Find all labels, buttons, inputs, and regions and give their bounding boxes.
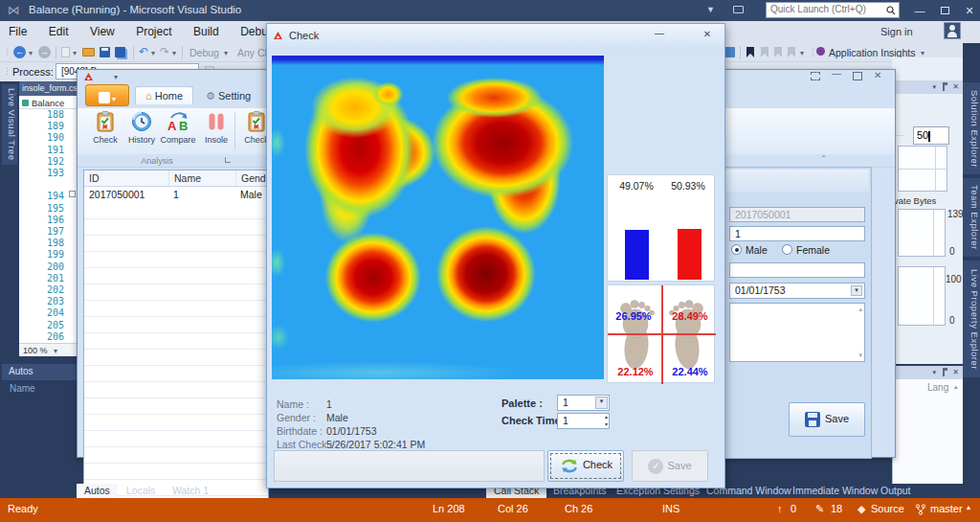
- col-name[interactable]: Name: [168, 170, 235, 186]
- git-branch-icon[interactable]: [915, 504, 926, 515]
- sidebar-tab-solution-explorer[interactable]: Solution Explorer: [963, 82, 980, 174]
- female-radio-label[interactable]: Female: [796, 244, 830, 256]
- prev-bookmark-icon[interactable]: [761, 47, 768, 57]
- menu-file[interactable]: File: [0, 21, 35, 42]
- source-control-icon[interactable]: ◆: [858, 503, 865, 515]
- spinner-up-icon[interactable]: ▴: [605, 414, 608, 420]
- tab-autos[interactable]: Autos: [77, 484, 118, 498]
- patient-name-field[interactable]: 1: [729, 226, 865, 241]
- quick-access-caret-icon[interactable]: ▾: [114, 73, 118, 81]
- check-time-spinner[interactable]: 1 ▴ ▾: [557, 413, 610, 429]
- spinner-down-icon[interactable]: ▾: [605, 421, 608, 428]
- scroll-up-icon[interactable]: ▴: [954, 383, 958, 391]
- male-radio[interactable]: [731, 244, 742, 255]
- female-radio[interactable]: [782, 244, 792, 255]
- date-dropdown-icon[interactable]: ▾: [851, 285, 862, 296]
- restore-button[interactable]: [932, 0, 957, 21]
- ribbon-collapse-icon[interactable]: ˆ: [822, 155, 825, 166]
- bookmark-icon[interactable]: [746, 47, 754, 57]
- editor-zoom-control[interactable]: 100 % ▾: [19, 343, 77, 356]
- breadcrumb[interactable]: Balance: [19, 96, 77, 109]
- close-button[interactable]: ✕: [957, 0, 980, 21]
- notes-textarea[interactable]: ▴ ▾: [729, 303, 865, 362]
- app-insights-caret-icon[interactable]: ▾: [921, 49, 924, 57]
- intellitrace-icon[interactable]: [724, 47, 735, 57]
- autos-name-column[interactable]: Name: [10, 383, 35, 394]
- save-all-icon[interactable]: [115, 47, 125, 57]
- undo-dropdown-icon[interactable]: ▾: [151, 49, 155, 57]
- ribbon-tab-home[interactable]: ⌂ Home: [135, 86, 193, 104]
- check-dialog-titlebar[interactable]: Check — ✕: [267, 24, 724, 49]
- sign-in-link[interactable]: Sign in: [880, 26, 913, 37]
- timeline-value-box[interactable]: 50: [913, 126, 949, 145]
- new-file-icon[interactable]: [61, 47, 70, 57]
- patient-table-header[interactable]: IDNameGender: [84, 170, 268, 187]
- tab-locals[interactable]: Locals: [119, 484, 163, 498]
- code-fold-box-icon[interactable]: [69, 191, 76, 197]
- fit-window-icon[interactable]: [811, 72, 820, 80]
- toolbar-grip[interactable]: ⋮: [809, 47, 816, 57]
- app-close-icon[interactable]: ✕: [874, 70, 881, 80]
- code-editor[interactable]: 188189190 191192193 194195196 197198199 …: [19, 109, 77, 343]
- birthdate-picker[interactable]: 01/01/1753 ▾: [729, 283, 865, 299]
- menu-build[interactable]: Build: [185, 21, 228, 42]
- pending-edits-icon[interactable]: ✎: [815, 503, 824, 515]
- tab-immediate-window[interactable]: Immediate Window: [785, 484, 885, 498]
- document-tab[interactable]: insole_form.cs: [19, 81, 80, 96]
- scroll-down-icon[interactable]: ▾: [858, 352, 862, 359]
- pin-icon[interactable]: [943, 368, 947, 376]
- callstack-panel-titlebar[interactable]: ▾ ✕: [892, 366, 963, 379]
- table-row[interactable]: 20170500011Male: [84, 187, 268, 203]
- ribbon-tab-setting[interactable]: ⚙ Setting: [198, 86, 258, 106]
- clear-bookmarks-icon[interactable]: [788, 47, 795, 57]
- branch-caret-icon[interactable]: ▴: [967, 503, 970, 511]
- redo-icon[interactable]: ↷: [160, 45, 169, 58]
- save-icon[interactable]: [100, 47, 110, 57]
- col-id[interactable]: ID: [84, 170, 168, 186]
- ribbon-insole-button[interactable]: Insole: [198, 110, 234, 145]
- next-bookmark-icon[interactable]: [774, 47, 782, 57]
- panel-menu-icon[interactable]: ▾: [932, 83, 936, 91]
- user-avatar[interactable]: [944, 22, 961, 39]
- debug-config-caret-icon[interactable]: ▾: [224, 49, 228, 57]
- source-label[interactable]: Source: [871, 503, 904, 514]
- toolbar-grip[interactable]: ⋮: [3, 47, 11, 57]
- group-dialog-launcher-icon[interactable]: [225, 157, 231, 163]
- palette-dropdown-icon[interactable]: ▾: [595, 397, 608, 409]
- panel-close-icon[interactable]: ✕: [952, 368, 959, 376]
- redo-dropdown-icon[interactable]: ▾: [172, 49, 176, 57]
- new-file-dropdown-icon[interactable]: ▾: [73, 49, 77, 57]
- feedback-funnel-icon[interactable]: ▼: [706, 5, 715, 14]
- pushes-up-icon[interactable]: ↑: [777, 503, 783, 514]
- extra-field[interactable]: [729, 262, 865, 278]
- autos-panel-header[interactable]: Autos: [2, 364, 77, 380]
- ribbon-history-button[interactable]: History: [123, 110, 160, 145]
- sidebar-tab-live-property-explorer[interactable]: Live Property Explorer: [963, 261, 980, 377]
- scroll-up-icon[interactable]: ▴: [858, 306, 862, 313]
- sidebar-tab-live-visual-tree[interactable]: Live Visual Tree: [2, 84, 17, 165]
- quick-launch-box[interactable]: [766, 2, 900, 18]
- menu-edit[interactable]: Edit: [40, 21, 78, 42]
- undo-icon[interactable]: ↶: [139, 45, 148, 58]
- dialog-close-icon[interactable]: ✕: [699, 29, 716, 42]
- panel-menu-icon[interactable]: ▾: [932, 369, 936, 376]
- save-button[interactable]: ✓Save: [632, 450, 708, 482]
- palette-combobox[interactable]: 1 ▾: [557, 395, 610, 411]
- form-save-button[interactable]: Save: [789, 402, 865, 437]
- pushes-count[interactable]: 0: [791, 503, 796, 514]
- panel-close-icon[interactable]: ✕: [952, 82, 959, 91]
- tab-watch-1[interactable]: Watch 1: [165, 484, 216, 498]
- quick-launch-input[interactable]: [770, 4, 883, 14]
- dialog-minimize-icon[interactable]: —: [651, 28, 668, 41]
- open-folder-icon[interactable]: [82, 48, 95, 57]
- patient-table[interactable]: IDNameGender 20170500011Male: [83, 170, 269, 522]
- navigate-forward-icon[interactable]: →: [38, 46, 51, 58]
- navigate-back-icon[interactable]: ←: [13, 46, 26, 58]
- sidebar-tab-team-explorer[interactable]: Team Explorer: [963, 178, 980, 257]
- send-feedback-icon[interactable]: [733, 6, 744, 13]
- menu-project[interactable]: Project: [127, 21, 180, 42]
- check-button[interactable]: Check: [547, 450, 624, 482]
- tab-output[interactable]: Output: [873, 484, 919, 498]
- back-dropdown-icon[interactable]: ▾: [29, 49, 33, 57]
- debug-config-dropdown[interactable]: Debug: [189, 47, 219, 58]
